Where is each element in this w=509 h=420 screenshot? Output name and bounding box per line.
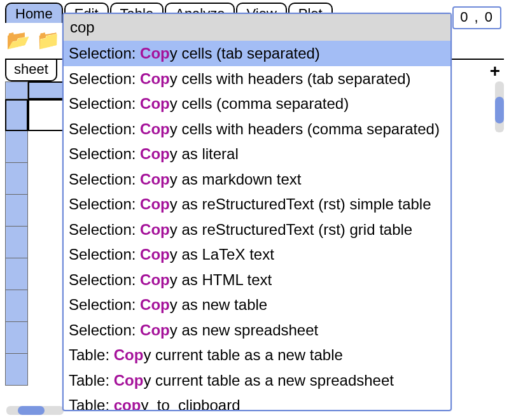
command-palette-item[interactable]: Selection: Copy as LaTeX text (64, 242, 450, 267)
command-palette-item[interactable]: Selection: Copy cells with headers (comm… (64, 116, 450, 142)
open-tab-icon[interactable]: 📂 (5, 29, 31, 51)
row-header[interactable] (5, 322, 28, 354)
command-palette-item[interactable]: Selection: Copy cells with headers (tab … (64, 66, 450, 92)
command-palette: Selection: Copy cells (tab separated)Sel… (62, 13, 452, 411)
command-palette-item[interactable]: Selection: Copy cells (tab separated) (64, 41, 450, 66)
row-header[interactable] (5, 99, 28, 131)
command-palette-item[interactable]: Selection: Copy as markdown text (64, 167, 450, 192)
command-palette-list: Selection: Copy cells (tab separated)Sel… (64, 41, 450, 410)
add-sheet-button[interactable]: + (490, 61, 504, 81)
active-cell[interactable] (28, 99, 66, 131)
open-sheet-icon[interactable]: 📁 (35, 29, 61, 51)
command-palette-item[interactable]: Selection: Copy as new spreadsheet (64, 318, 450, 343)
row-header[interactable] (5, 290, 28, 322)
command-palette-item[interactable]: Selection: Copy as literal (64, 141, 450, 167)
row-header[interactable] (5, 131, 28, 163)
sheet-tab[interactable]: sheet (5, 60, 57, 81)
command-palette-item[interactable]: Selection: Copy as new table (64, 292, 450, 318)
vertical-scrollbar[interactable] (495, 81, 504, 132)
row-header[interactable] (5, 354, 28, 386)
row-header[interactable] (5, 227, 28, 258)
horizontal-scrollbar[interactable] (6, 406, 64, 415)
corner-cell[interactable] (5, 81, 28, 99)
cursor-position: 0 , 0 (452, 6, 501, 29)
command-palette-item[interactable]: Selection: Copy as reStructuredText (rst… (64, 217, 450, 242)
row-header[interactable] (5, 163, 28, 195)
command-palette-item[interactable]: Table: Copy current table as a new sprea… (64, 368, 450, 393)
row-header[interactable] (5, 195, 28, 227)
h-scroll-thumb[interactable] (18, 406, 45, 415)
ribbon-tab-home[interactable]: Home (5, 3, 63, 23)
command-palette-item[interactable]: Selection: Copy as HTML text (64, 267, 450, 293)
row-headers (5, 99, 28, 415)
v-scroll-thumb[interactable] (495, 97, 504, 123)
row-header[interactable] (5, 258, 28, 290)
column-header[interactable] (28, 81, 66, 99)
command-palette-item[interactable]: Selection: Copy as reStructuredText (rst… (64, 192, 450, 217)
command-palette-item[interactable]: Table: copy_to_clipboard (64, 393, 450, 410)
command-palette-input[interactable] (64, 14, 450, 41)
command-palette-item[interactable]: Selection: Copy cells (comma separated) (64, 91, 450, 116)
command-palette-item[interactable]: Table: Copy current table as a new table (64, 342, 450, 368)
